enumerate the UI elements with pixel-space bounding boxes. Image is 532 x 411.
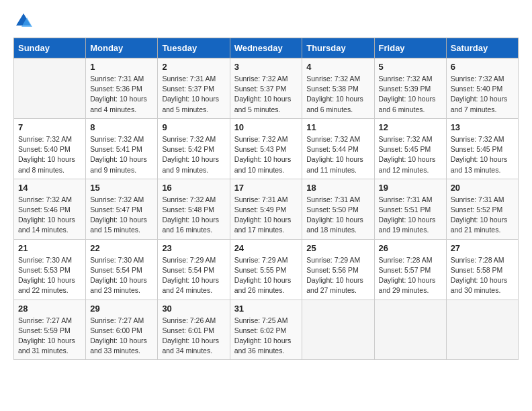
calendar-cell: 19Sunrise: 7:31 AMSunset: 5:51 PMDayligh… [374, 179, 446, 239]
day-number: 27 [451, 243, 514, 253]
calendar-cell: 26Sunrise: 7:28 AMSunset: 5:57 PMDayligh… [374, 239, 446, 300]
day-number: 30 [162, 304, 225, 314]
calendar-cell: 1Sunrise: 7:31 AMSunset: 5:36 PMDaylight… [86, 58, 158, 119]
day-info: Sunrise: 7:32 AMSunset: 5:45 PMDaylight:… [451, 134, 514, 175]
calendar-cell: 2Sunrise: 7:31 AMSunset: 5:37 PMDaylight… [158, 58, 230, 119]
day-info: Sunrise: 7:27 AMSunset: 5:59 PMDaylight:… [18, 316, 81, 357]
page-header [13, 13, 519, 27]
day-info: Sunrise: 7:31 AMSunset: 5:52 PMDaylight:… [451, 195, 514, 236]
day-info: Sunrise: 7:32 AMSunset: 5:38 PMDaylight:… [306, 74, 369, 115]
calendar-cell [446, 300, 518, 360]
calendar-cell: 11Sunrise: 7:32 AMSunset: 5:44 PMDayligh… [302, 118, 374, 179]
calendar-cell: 3Sunrise: 7:32 AMSunset: 5:37 PMDaylight… [230, 58, 302, 119]
calendar-cell: 14Sunrise: 7:32 AMSunset: 5:46 PMDayligh… [14, 179, 86, 239]
calendar-cell: 5Sunrise: 7:32 AMSunset: 5:39 PMDaylight… [374, 58, 446, 119]
day-info: Sunrise: 7:31 AMSunset: 5:37 PMDaylight:… [162, 74, 225, 115]
day-number: 19 [379, 183, 442, 193]
day-info: Sunrise: 7:26 AMSunset: 6:01 PMDaylight:… [162, 316, 225, 357]
day-info: Sunrise: 7:31 AMSunset: 5:36 PMDaylight:… [90, 74, 153, 115]
calendar-week-row: 14Sunrise: 7:32 AMSunset: 5:46 PMDayligh… [14, 179, 519, 239]
calendar-cell: 9Sunrise: 7:32 AMSunset: 5:42 PMDaylight… [158, 118, 230, 179]
calendar-cell: 25Sunrise: 7:29 AMSunset: 5:56 PMDayligh… [302, 239, 374, 300]
calendar-cell [374, 300, 446, 360]
calendar-cell: 24Sunrise: 7:29 AMSunset: 5:55 PMDayligh… [230, 239, 302, 300]
day-info: Sunrise: 7:30 AMSunset: 5:53 PMDaylight:… [18, 255, 81, 296]
day-info: Sunrise: 7:32 AMSunset: 5:45 PMDaylight:… [379, 134, 442, 175]
col-thursday: Thursday [302, 38, 374, 58]
day-number: 18 [306, 183, 369, 193]
calendar-cell: 30Sunrise: 7:26 AMSunset: 6:01 PMDayligh… [158, 300, 230, 360]
day-info: Sunrise: 7:31 AMSunset: 5:51 PMDaylight:… [379, 195, 442, 236]
day-number: 4 [306, 62, 369, 72]
day-number: 22 [90, 243, 153, 253]
day-info: Sunrise: 7:30 AMSunset: 5:54 PMDaylight:… [90, 255, 153, 296]
col-tuesday: Tuesday [158, 38, 230, 58]
day-number: 31 [234, 304, 298, 314]
day-number: 28 [18, 304, 81, 314]
col-sunday: Sunday [14, 38, 86, 58]
calendar-cell: 20Sunrise: 7:31 AMSunset: 5:52 PMDayligh… [446, 179, 518, 239]
calendar-cell: 7Sunrise: 7:32 AMSunset: 5:40 PMDaylight… [14, 118, 86, 179]
calendar-week-row: 28Sunrise: 7:27 AMSunset: 5:59 PMDayligh… [14, 300, 519, 360]
day-number: 3 [234, 62, 298, 72]
day-number: 14 [18, 183, 81, 193]
calendar-cell: 23Sunrise: 7:29 AMSunset: 5:54 PMDayligh… [158, 239, 230, 300]
day-info: Sunrise: 7:29 AMSunset: 5:54 PMDaylight:… [162, 255, 225, 296]
logo-text [13, 13, 32, 27]
day-info: Sunrise: 7:32 AMSunset: 5:48 PMDaylight:… [162, 195, 225, 236]
col-friday: Friday [374, 38, 446, 58]
day-number: 13 [451, 122, 514, 132]
calendar-cell: 17Sunrise: 7:31 AMSunset: 5:49 PMDayligh… [230, 179, 302, 239]
calendar-cell: 15Sunrise: 7:32 AMSunset: 5:47 PMDayligh… [86, 179, 158, 239]
calendar-header-row: Sunday Monday Tuesday Wednesday Thursday… [14, 38, 519, 58]
calendar-cell: 16Sunrise: 7:32 AMSunset: 5:48 PMDayligh… [158, 179, 230, 239]
calendar-cell: 27Sunrise: 7:28 AMSunset: 5:58 PMDayligh… [446, 239, 518, 300]
day-number: 11 [306, 122, 369, 132]
calendar-cell: 6Sunrise: 7:32 AMSunset: 5:40 PMDaylight… [446, 58, 518, 119]
calendar-cell [14, 58, 86, 119]
day-number: 12 [379, 122, 442, 132]
day-info: Sunrise: 7:32 AMSunset: 5:44 PMDaylight:… [306, 134, 369, 175]
calendar-cell: 29Sunrise: 7:27 AMSunset: 6:00 PMDayligh… [86, 300, 158, 360]
day-number: 29 [90, 304, 153, 314]
day-number: 23 [162, 243, 225, 253]
day-info: Sunrise: 7:31 AMSunset: 5:50 PMDaylight:… [306, 195, 369, 236]
day-info: Sunrise: 7:32 AMSunset: 5:40 PMDaylight:… [18, 134, 81, 175]
day-number: 5 [379, 62, 442, 72]
calendar-cell: 21Sunrise: 7:30 AMSunset: 5:53 PMDayligh… [14, 239, 86, 300]
calendar-week-row: 1Sunrise: 7:31 AMSunset: 5:36 PMDaylight… [14, 58, 519, 119]
day-number: 1 [90, 62, 153, 72]
day-number: 21 [18, 243, 81, 253]
day-info: Sunrise: 7:28 AMSunset: 5:57 PMDaylight:… [379, 255, 442, 296]
calendar-cell: 10Sunrise: 7:32 AMSunset: 5:43 PMDayligh… [230, 118, 302, 179]
day-number: 8 [90, 122, 153, 132]
day-info: Sunrise: 7:32 AMSunset: 5:42 PMDaylight:… [162, 134, 225, 175]
day-info: Sunrise: 7:31 AMSunset: 5:49 PMDaylight:… [234, 195, 298, 236]
calendar-cell: 28Sunrise: 7:27 AMSunset: 5:59 PMDayligh… [14, 300, 86, 360]
calendar-cell: 12Sunrise: 7:32 AMSunset: 5:45 PMDayligh… [374, 118, 446, 179]
day-number: 16 [162, 183, 225, 193]
day-number: 2 [162, 62, 225, 72]
day-info: Sunrise: 7:29 AMSunset: 5:55 PMDaylight:… [234, 255, 298, 296]
day-number: 10 [234, 122, 298, 132]
day-info: Sunrise: 7:32 AMSunset: 5:46 PMDaylight:… [18, 195, 81, 236]
calendar-week-row: 21Sunrise: 7:30 AMSunset: 5:53 PMDayligh… [14, 239, 519, 300]
logo [13, 13, 32, 27]
calendar-week-row: 7Sunrise: 7:32 AMSunset: 5:40 PMDaylight… [14, 118, 519, 179]
day-info: Sunrise: 7:32 AMSunset: 5:40 PMDaylight:… [451, 74, 514, 115]
day-info: Sunrise: 7:29 AMSunset: 5:56 PMDaylight:… [306, 255, 369, 296]
col-saturday: Saturday [446, 38, 518, 58]
day-info: Sunrise: 7:32 AMSunset: 5:43 PMDaylight:… [234, 134, 298, 175]
calendar-cell: 8Sunrise: 7:32 AMSunset: 5:41 PMDaylight… [86, 118, 158, 179]
day-number: 25 [306, 243, 369, 253]
col-monday: Monday [86, 38, 158, 58]
day-number: 26 [379, 243, 442, 253]
calendar-table: Sunday Monday Tuesday Wednesday Thursday… [13, 38, 519, 360]
day-number: 15 [90, 183, 153, 193]
day-info: Sunrise: 7:25 AMSunset: 6:02 PMDaylight:… [234, 316, 298, 357]
calendar-cell: 31Sunrise: 7:25 AMSunset: 6:02 PMDayligh… [230, 300, 302, 360]
day-number: 6 [451, 62, 514, 72]
calendar-cell [302, 300, 374, 360]
day-number: 9 [162, 122, 225, 132]
day-info: Sunrise: 7:32 AMSunset: 5:39 PMDaylight:… [379, 74, 442, 115]
